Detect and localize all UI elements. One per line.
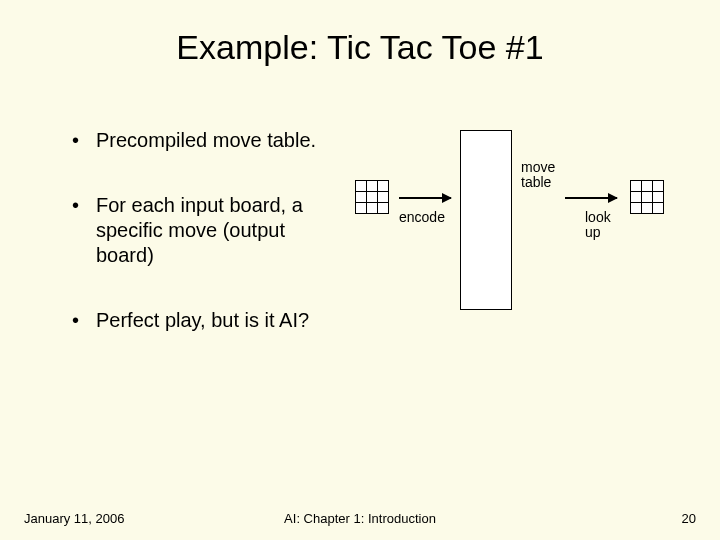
bullet-item: For each input board, a specific move (o… xyxy=(72,193,332,268)
slide-title: Example: Tic Tac Toe #1 xyxy=(0,28,720,67)
arrow-icon xyxy=(399,197,451,198)
footer-center: AI: Chapter 1: Introduction xyxy=(24,511,696,526)
lookup-label: look up xyxy=(585,210,611,241)
move-table-icon xyxy=(460,130,512,310)
slide: Example: Tic Tac Toe #1 Precompiled move… xyxy=(0,0,720,540)
move-table-label: move table xyxy=(521,160,555,191)
move-table-label-line1: move xyxy=(521,159,555,175)
encode-label: encode xyxy=(399,210,445,225)
footer-page: 20 xyxy=(682,511,696,526)
lookup-label-line1: look xyxy=(585,209,611,225)
arrow-icon xyxy=(565,197,617,198)
bullet-list: Precompiled move table. For each input b… xyxy=(72,128,332,373)
bullet-text: For each input board, a specific move (o… xyxy=(96,194,303,266)
bullet-text: Precompiled move table. xyxy=(96,129,316,151)
lookup-label-line2: up xyxy=(585,224,601,240)
bullet-item: Perfect play, but is it AI? xyxy=(72,308,332,333)
move-table-label-line2: table xyxy=(521,174,551,190)
bullet-text: Perfect play, but is it AI? xyxy=(96,309,309,331)
bullet-item: Precompiled move table. xyxy=(72,128,332,153)
output-board-icon xyxy=(630,180,666,216)
input-board-icon xyxy=(355,180,391,216)
diagram: encode move table look up xyxy=(355,130,705,330)
